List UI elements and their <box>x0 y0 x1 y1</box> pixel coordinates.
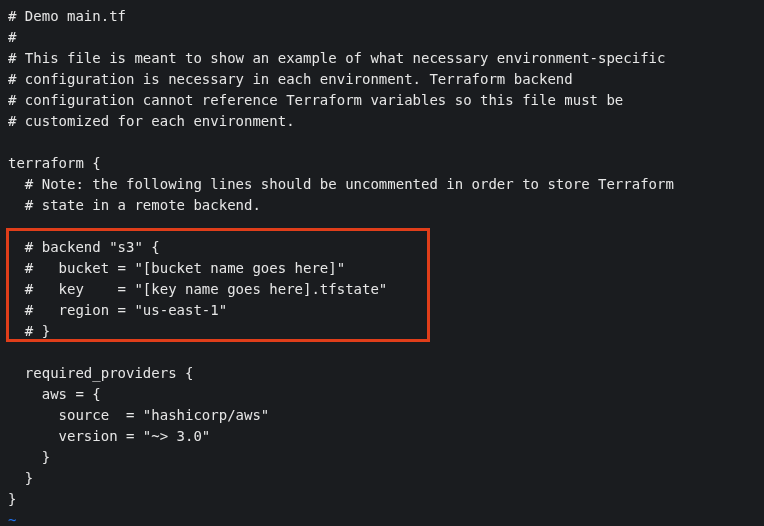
code-line: version = "~> 3.0" <box>8 428 210 444</box>
code-line: terraform { <box>8 155 101 171</box>
code-block: # Demo main.tf # # This file is meant to… <box>0 0 764 526</box>
code-line: required_providers { <box>8 365 193 381</box>
vim-tilde: ~ <box>8 512 16 526</box>
code-line: # Note: the following lines should be un… <box>8 176 674 192</box>
code-line: # configuration is necessary in each env… <box>8 71 573 87</box>
code-line: } <box>8 491 16 507</box>
code-line: # key = "[key name goes here].tfstate" <box>8 281 387 297</box>
code-line: source = "hashicorp/aws" <box>8 407 269 423</box>
code-line: # Demo main.tf <box>8 8 126 24</box>
code-line: # region = "us-east-1" <box>8 302 227 318</box>
code-line: # This file is meant to show an example … <box>8 50 665 66</box>
code-line: } <box>8 470 33 486</box>
code-line: # state in a remote backend. <box>8 197 261 213</box>
code-line: # customized for each environment. <box>8 113 295 129</box>
code-line: # backend "s3" { <box>8 239 160 255</box>
code-line: } <box>8 449 50 465</box>
code-line: # <box>8 29 16 45</box>
code-line: # bucket = "[bucket name goes here]" <box>8 260 345 276</box>
code-line: aws = { <box>8 386 101 402</box>
code-line: # } <box>8 323 50 339</box>
code-line: # configuration cannot reference Terrafo… <box>8 92 623 108</box>
